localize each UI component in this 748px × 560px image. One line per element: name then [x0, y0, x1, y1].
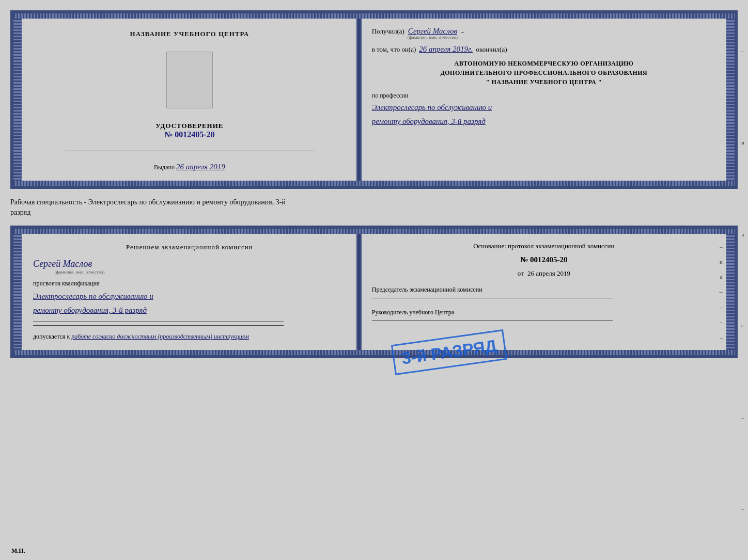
- org-line3: " НАЗВАНИЕ УЧЕБНОГО ЦЕНТРА ": [372, 77, 716, 87]
- card1-right-panel: Получил(а) Сергей Маслов (фамилия, имя, …: [362, 19, 726, 181]
- org-line2: ДОПОЛНИТЕЛЬНОГО ПРОФЕССИОНАЛЬНОГО ОБРАЗО…: [372, 68, 716, 77]
- card2-inner-row: Решением экзаменационной комиссии Сергей…: [13, 234, 735, 350]
- profession-line2: ремонту оборудования, 3-й разряд: [372, 115, 716, 129]
- ot-date: 26 апреля 2019: [527, 269, 570, 277]
- po-professii-label: по профессии: [372, 92, 716, 100]
- stamp-text: 3-й РАЗРЯД: [400, 336, 497, 367]
- v-tom-chto-line: в том, что он(а) 26 апреля 2019г. окончи…: [372, 45, 716, 54]
- right-border-1: [726, 19, 735, 181]
- left-border-1: [13, 19, 22, 181]
- card2-outer: Решением экзаменационной комиссии Сергей…: [10, 226, 738, 358]
- separator-line: [65, 151, 315, 151]
- top-border-2: [13, 229, 735, 234]
- left-border-2: [13, 234, 22, 350]
- rukovoditel-label: Руководитель учебного Центра: [372, 309, 716, 316]
- spine-card2: [356, 234, 362, 350]
- resheniem-title: Решением экзаменационной комиссии: [33, 243, 346, 251]
- between-text-line1: Рабочая специальность - Электрослесарь п…: [10, 197, 738, 207]
- stamp-overlay: 3-й РАЗРЯД: [391, 329, 507, 375]
- predsedatel-label: Председатель экзаменационной комиссии: [372, 286, 716, 294]
- page-wrapper: НАЗВАНИЕ УЧЕБНОГО ЦЕНТРА УДОСТОВЕРЕНИЕ №…: [10, 10, 738, 358]
- fio-subtitle: (фамилия, имя, отчество): [408, 35, 458, 40]
- udostoverenie-block: УДОСТОВЕРЕНИЕ № 0012405-20: [155, 122, 223, 139]
- bottom-border-1: [13, 181, 735, 186]
- vydano-date: 26 апреля 2019: [176, 163, 225, 171]
- fio-sub-card2: (фамилия, имя, отчество): [33, 269, 126, 275]
- predsedatel-block: Председатель экзаменационной комиссии: [372, 286, 716, 298]
- profession-line1: Электрослесарь по обслуживанию и: [372, 101, 716, 115]
- number-card2: № 0012405-20: [372, 255, 716, 264]
- spine-card1: [356, 19, 362, 181]
- right-border-2: [726, 234, 735, 350]
- qual-line2: ремонту оборудования, 3-й разряд: [33, 303, 346, 317]
- training-center-title-left: НАЗВАНИЕ УЧЕБНОГО ЦЕНТРА: [130, 30, 250, 38]
- udostoverenie-label: УДОСТОВЕРЕНИЕ: [155, 122, 223, 130]
- between-text-line2: разряд: [10, 207, 738, 218]
- org-block: АВТОНОМНУЮ НЕКОММЕРЧЕСКУЮ ОРГАНИЗАЦИЮ ДО…: [372, 59, 716, 87]
- card1-left-panel: НАЗВАНИЕ УЧЕБНОГО ЦЕНТРА УДОСТОВЕРЕНИЕ №…: [22, 19, 356, 181]
- dopuskaetsya-prefix: допускается к: [33, 333, 70, 340]
- osnovanie-label: Основание: протокол экзаменационной коми…: [372, 242, 716, 250]
- okoncil-label: окончил(а): [476, 45, 507, 54]
- card1-outer: НАЗВАНИЕ УЧЕБНОГО ЦЕНТРА УДОСТОВЕРЕНИЕ №…: [10, 10, 738, 189]
- right-side-marks: – и а ← – –: [738, 0, 748, 560]
- poluchil-line: Получил(а) Сергей Маслов (фамилия, имя, …: [372, 27, 716, 40]
- mp-label: М.П.: [11, 547, 25, 555]
- qual-line1: Электрослесарь по обслуживанию и: [33, 290, 346, 303]
- org-line1: АВТОНОМНУЮ НЕКОММЕРЧЕСКУЮ ОРГАНИЗАЦИЮ: [372, 59, 716, 68]
- vydano-label: Выдано: [154, 164, 175, 171]
- card1-inner-row: НАЗВАНИЕ УЧЕБНОГО ЦЕНТРА УДОСТОВЕРЕНИЕ №…: [13, 19, 735, 181]
- between-text: Рабочая специальность - Электрослесарь п…: [10, 195, 738, 219]
- top-border-1: [13, 13, 735, 19]
- rukovoditel-block: Руководитель учебного Центра: [372, 309, 716, 321]
- prisvoena-label: присвоена квалификация: [33, 280, 346, 287]
- photo-placeholder: [166, 52, 213, 108]
- v-tom-chto-label: в том, что он(а): [372, 45, 416, 54]
- poluchil-label: Получил(а): [372, 27, 404, 36]
- vydano-line: Выдано 26 апреля 2019: [154, 163, 225, 171]
- bottom-border-2: [13, 350, 735, 355]
- dash-symbol: –: [461, 27, 464, 36]
- dopuskaetsya-text: работе согласно должностным (производств…: [71, 333, 249, 340]
- name-handwritten-card2: Сергей Маслов: [33, 259, 92, 269]
- qualification-text: Электрослесарь по обслуживанию и ремонту…: [33, 290, 346, 317]
- udostoverenie-number: № 0012405-20: [164, 130, 214, 139]
- dopuskaetsya-block: допускается к работе согласно должностны…: [33, 333, 346, 341]
- ot-label: от: [518, 269, 524, 277]
- completion-date: 26 апреля 2019г.: [419, 45, 473, 54]
- profession-text: Электрослесарь по обслуживанию и ремонту…: [372, 101, 716, 129]
- right-side-marks-2: – и а ← – – –: [716, 234, 726, 350]
- card2-right-panel: Основание: протокол экзаменационной коми…: [362, 234, 726, 350]
- card2-left-panel: Решением экзаменационной комиссии Сергей…: [22, 234, 356, 350]
- ot-line: от 26 апреля 2019: [372, 269, 716, 278]
